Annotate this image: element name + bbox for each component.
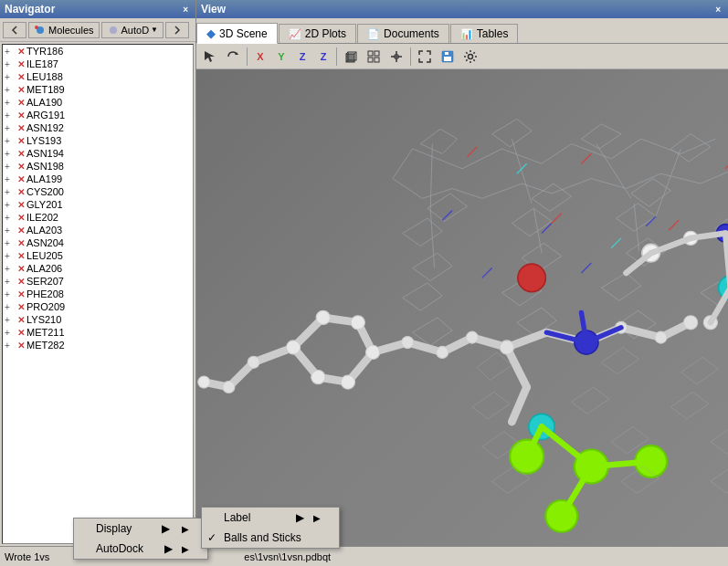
z-filter-btn[interactable]: Z [292, 47, 312, 67]
menu-item-autodock[interactable]: AutoDock ▶ [74, 539, 207, 559]
expand-icon: + [5, 59, 17, 69]
tree-item[interactable]: + ✕ MET189 [3, 83, 193, 96]
svg-line-96 [512, 387, 526, 422]
svg-marker-45 [670, 134, 711, 162]
mol-icon: ✕ [17, 162, 25, 172]
menu-item-label[interactable]: Label ▶ [202, 508, 339, 528]
tree-item[interactable]: + ✕ PRO209 [3, 300, 193, 313]
tree-item[interactable]: + ✕ ASN194 [3, 147, 193, 160]
tree-item[interactable]: + ✕ ALA199 [3, 173, 193, 185]
nav-right-btn[interactable] [165, 22, 189, 38]
svg-rect-20 [444, 57, 451, 61]
menu-item-balls-sticks[interactable]: Balls and Sticks [202, 528, 339, 548]
save-image-btn[interactable] [437, 47, 459, 67]
tree-item-label: ASN198 [26, 161, 64, 172]
expand-icon: + [5, 328, 17, 338]
tree-item[interactable]: + ✕ ALA203 [3, 224, 193, 236]
svg-line-34 [452, 189, 482, 199]
tree-item[interactable]: + ✕ ARG191 [3, 109, 193, 121]
tree-item[interactable]: + ✕ ILE202 [3, 211, 193, 224]
label-submenu-arrow-icon: ▶ [296, 511, 304, 524]
tree-item[interactable]: + ✕ ALA190 [3, 96, 193, 109]
molecules-btn[interactable]: Molecules [28, 22, 100, 38]
tree-item[interactable]: + ✕ ASN192 [3, 121, 193, 134]
tree-item[interactable]: + ✕ MET211 [3, 326, 193, 339]
svg-line-25 [502, 149, 543, 163]
tab-2dplots[interactable]: 📈 2D Plots [279, 24, 356, 43]
expand-icon: + [5, 72, 17, 82]
svg-point-110 [198, 376, 210, 388]
tab-3dscene[interactable]: ◆ 3D Scene [196, 23, 278, 44]
tree-item[interactable]: + ✕ CYS200 [3, 185, 193, 198]
svg-line-79 [582, 263, 592, 273]
expand-icon: + [5, 277, 17, 287]
tree-item[interactable]: + ✕ GLY201 [3, 198, 193, 211]
view-close-btn[interactable]: × [712, 5, 723, 15]
svg-line-35 [482, 183, 522, 198]
3d-scene-view[interactable] [196, 69, 728, 546]
svg-rect-21 [445, 52, 448, 55]
navigator-close-btn[interactable]: × [180, 5, 191, 15]
svg-marker-49 [403, 218, 443, 246]
select-tool-btn[interactable] [199, 47, 221, 67]
svg-marker-50 [512, 208, 552, 236]
tree-item[interactable]: + ✕ ALA206 [3, 262, 193, 275]
tree-item[interactable]: + ✕ LEU188 [3, 70, 193, 83]
tree-item-label: LEU205 [26, 250, 63, 261]
svg-rect-12 [368, 58, 373, 62]
svg-marker-53 [413, 253, 453, 280]
tree-item-label: TYR186 [26, 46, 63, 57]
autod-btn[interactable]: AutoD ▼ [101, 22, 164, 38]
svg-point-123 [655, 331, 667, 343]
main-context-menu[interactable]: Display ▶ AutoDock ▶ [73, 518, 208, 560]
svg-marker-46 [427, 194, 468, 221]
tree-item-label: ALA203 [26, 225, 62, 236]
y-axis-btn[interactable]: Y [271, 47, 291, 67]
cube-btn[interactable] [340, 47, 362, 67]
nav-left-btn[interactable] [3, 22, 26, 38]
svg-line-27 [572, 144, 612, 159]
x-axis-btn[interactable]: X [250, 47, 270, 67]
display-submenu[interactable]: Label ▶ Balls and Sticks [201, 507, 340, 549]
tree-item-label: ILE202 [26, 212, 58, 223]
menu-item-display[interactable]: Display ▶ [74, 519, 207, 539]
tree-item-label: ASN194 [26, 148, 64, 159]
tab-tables[interactable]: 📊 Tables [450, 24, 519, 43]
expand-icon: + [5, 302, 17, 312]
mol-icon: ✕ [17, 238, 25, 248]
z-axis-btn[interactable]: Z [313, 47, 333, 67]
svg-line-65 [596, 144, 631, 199]
grid-btn[interactable] [363, 47, 385, 67]
move-btn[interactable] [385, 47, 407, 67]
svg-point-107 [287, 341, 301, 354]
tree-item[interactable]: + ✕ LYS210 [3, 313, 193, 326]
rotate-tool-btn[interactable] [222, 47, 244, 67]
molecule-svg [196, 69, 728, 546]
tab-3dscene-icon: ◆ [206, 26, 216, 40]
mol-icon: ✕ [17, 136, 25, 146]
tree-item[interactable]: + ✕ MET282 [3, 339, 193, 351]
tree-item[interactable]: + ✕ ILE187 [3, 58, 193, 70]
tree-item[interactable]: + ✕ LYS193 [3, 134, 193, 147]
fullscreen-btn[interactable] [414, 47, 436, 67]
svg-line-73 [552, 214, 562, 224]
navigator-panel: Navigator × Molecules AutoD ▼ [0, 0, 196, 546]
expand-icon: + [5, 289, 17, 299]
tree-item[interactable]: + ✕ ASN198 [3, 160, 193, 173]
tree-item[interactable]: + ✕ LEU205 [3, 249, 193, 262]
tree-item[interactable]: + ✕ TYR186 [3, 45, 193, 58]
tab-documents[interactable]: 📄 Documents [357, 24, 449, 43]
submenu-arrow-icon: ▶ [162, 522, 170, 535]
tree-item[interactable]: + ✕ SER207 [3, 275, 193, 288]
tree-item[interactable]: + ✕ ASN204 [3, 236, 193, 249]
mol-icon: ✕ [17, 328, 25, 338]
tree-item-label: ASN192 [26, 122, 64, 133]
svg-point-108 [248, 356, 259, 368]
tree-item[interactable]: + ✕ PHE208 [3, 288, 193, 300]
mol-icon: ✕ [17, 187, 25, 197]
svg-line-77 [646, 216, 656, 226]
expand-icon: + [5, 341, 17, 351]
navigator-tree[interactable]: + ✕ TYR186 + ✕ ILE187 + ✕ LEU188 + ✕ MET… [2, 44, 194, 544]
mol-icon: ✕ [17, 110, 25, 121]
settings-btn[interactable] [459, 47, 481, 67]
